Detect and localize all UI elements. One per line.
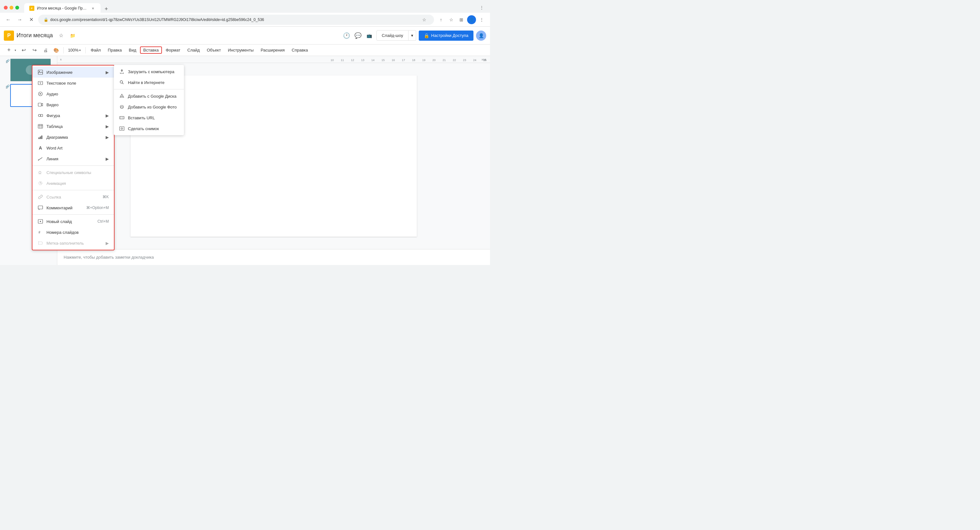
undo-button[interactable]: ↩ <box>19 45 29 55</box>
insert-menu-item-new-slide[interactable]: Новый слайд Ctrl+M <box>32 216 114 227</box>
insert-menu-item-line[interactable]: Линия ▶ <box>32 153 114 164</box>
insert-line-label: Линия <box>46 156 58 161</box>
extensions-button[interactable]: ⊞ <box>457 15 466 24</box>
shape-submenu-arrow: ▶ <box>106 113 109 118</box>
toolbar-add-arrow[interactable]: ▾ <box>14 49 16 52</box>
insert-menu-item-chart[interactable]: Диаграмма ▶ <box>32 132 114 143</box>
redo-button[interactable]: ↪ <box>30 45 40 55</box>
screenshot-label: Сделать снимок <box>128 126 159 131</box>
slide-1-link-icon: 🔗 <box>6 59 10 63</box>
insert-menu-item-wordart[interactable]: A Word Art <box>32 143 114 153</box>
separator-2 <box>32 190 114 190</box>
maximize-window-button[interactable] <box>15 6 19 10</box>
notes-placeholder: Нажмите, чтобы добавить заметки докладчи… <box>64 255 154 259</box>
wordart-icon: A <box>38 145 43 151</box>
audio-icon <box>38 91 43 97</box>
address-input[interactable]: 🔒 docs.google.com/presentation/d/1-qp78z… <box>38 14 434 25</box>
back-button[interactable]: ← <box>4 15 13 24</box>
toolbar-divider-1 <box>63 47 64 53</box>
zoom-control[interactable]: 100% ▾ <box>65 46 83 54</box>
image-submenu-item-upload[interactable]: Загрузить с компьютера <box>114 66 184 77</box>
chart-submenu-arrow: ▶ <box>106 135 109 140</box>
menu-item-file[interactable]: Файл <box>88 46 104 54</box>
menu-bar: + ▾ ↩ ↪ 🖨 🎨 100% ▾ Файл Правка Вид Встав… <box>0 45 490 56</box>
insert-video-label: Видео <box>46 102 59 107</box>
toolbar-add-button[interactable]: + <box>4 45 14 55</box>
menu-item-object[interactable]: Объект <box>204 46 224 54</box>
chart-icon <box>38 134 43 140</box>
access-settings-button[interactable]: 🔒 Настройки Доступа <box>419 30 474 41</box>
image-submenu-item-drive[interactable]: Добавить с Google Диска <box>114 91 184 102</box>
insert-table-label: Таблица <box>46 124 63 129</box>
active-tab[interactable]: P Итоги месяца - Google Презе... ✕ <box>24 3 100 13</box>
insert-menu-item-video[interactable]: Видео <box>32 99 114 110</box>
new-tab-button[interactable]: + <box>102 5 111 13</box>
insert-menu-item-table[interactable]: Таблица ▶ <box>32 121 114 132</box>
bookmark-button[interactable]: ☆ <box>420 15 429 24</box>
ruler-collapse[interactable]: ∧ <box>60 58 62 61</box>
menu-item-insert[interactable]: Вставка <box>140 46 162 54</box>
star-button[interactable]: ☆ <box>57 31 65 40</box>
insert-link-label: Ссылка <box>46 195 61 199</box>
paint-format-button[interactable]: 🎨 <box>51 45 61 55</box>
comment-button[interactable]: 💬 <box>353 31 363 40</box>
insert-menu-item-textbox[interactable]: Текстовое поле <box>32 78 114 88</box>
folder-button[interactable]: 📁 <box>68 31 77 40</box>
insert-new-slide-label: Новый слайд <box>46 219 72 224</box>
zoom-value: 100% <box>68 48 79 53</box>
insert-menu-item-image[interactable]: Изображение ▶ <box>32 67 114 78</box>
toolbar-divider-2 <box>85 47 86 53</box>
share-button[interactable]: ↑ <box>436 15 445 24</box>
slideshow-dropdown-button[interactable]: ▾ <box>409 30 416 41</box>
menu-item-edit[interactable]: Правка <box>105 46 125 54</box>
insert-menu-item-comment[interactable]: Комментарий ⌘+Option+M <box>32 202 114 213</box>
insert-menu-item-audio[interactable]: Аудио <box>32 88 114 99</box>
menu-item-help[interactable]: Справка <box>289 46 311 54</box>
forward-button[interactable]: → <box>15 15 24 24</box>
image-submenu-item-screenshot[interactable]: Сделать снимок <box>114 123 184 134</box>
bookmark-star-button[interactable]: ☆ <box>447 15 456 24</box>
history-button[interactable]: 🕐 <box>342 31 351 40</box>
slideshow-button[interactable]: Слайд-шоу <box>376 30 409 41</box>
present-options-button[interactable]: 📺 <box>365 31 374 40</box>
tab-close-button[interactable]: ✕ <box>91 6 95 11</box>
notes-area[interactable]: Нажмите, чтобы добавить заметки докладчи… <box>57 249 490 265</box>
zoom-arrow: ▾ <box>79 49 81 52</box>
ruler-mark-17: 17 <box>398 59 409 61</box>
ruler-mark-24: 24 <box>469 59 480 61</box>
url-label: Вставить URL <box>128 116 155 120</box>
ruler-numbers: 10 11 12 13 14 15 16 17 18 19 20 21 22 2… <box>327 59 490 61</box>
print-button[interactable]: 🖨 <box>40 45 51 55</box>
tab-favicon: P <box>29 6 34 11</box>
image-submenu-item-url[interactable]: Вставить URL <box>114 112 184 123</box>
screenshot-icon <box>119 126 125 131</box>
minimize-window-button[interactable] <box>10 6 13 10</box>
close-window-button[interactable] <box>4 6 8 10</box>
image-icon <box>38 69 43 75</box>
ruler-mark-14: 14 <box>368 59 378 61</box>
ruler-mark-13: 13 <box>358 59 368 61</box>
profile-button[interactable]: 👤 <box>467 15 476 24</box>
browser-more-button[interactable]: ⋮ <box>477 15 486 24</box>
browser-titlebar: P Итоги месяца - Google Презе... ✕ + ⋮ <box>0 0 490 13</box>
svg-text:#: # <box>38 231 40 234</box>
menu-item-tools[interactable]: Инструменты <box>224 46 257 54</box>
user-avatar[interactable]: 👤 <box>476 30 486 41</box>
image-submenu-item-search[interactable]: Найти в Интернете <box>114 77 184 88</box>
ruler-mark-10: 10 <box>327 59 337 61</box>
address-actions: ↑ ☆ ⊞ 👤 ⋮ <box>436 15 486 24</box>
ruler-mark-15: 15 <box>378 59 388 61</box>
refresh-button[interactable]: ✕ <box>27 15 36 24</box>
menu-item-format[interactable]: Формат <box>162 46 184 54</box>
insert-menu-item-shape[interactable]: Фигура ▶ <box>32 110 114 121</box>
image-submenu-item-photos[interactable]: Добавить из Google Фото <box>114 102 184 112</box>
placeholder-submenu-arrow: ▶ <box>106 241 109 245</box>
browser-settings-button[interactable]: ⋮ <box>477 3 486 12</box>
menu-item-slide[interactable]: Слайд <box>184 46 203 54</box>
svg-rect-13 <box>41 135 42 139</box>
menu-item-view[interactable]: Вид <box>126 46 140 54</box>
url-icon <box>119 115 125 121</box>
insert-menu-item-placeholder: Метка-заполнитель ▶ <box>32 238 114 248</box>
menu-item-extensions[interactable]: Расширения <box>258 46 288 54</box>
insert-menu-item-slide-numbers[interactable]: # Номера слайдов <box>32 227 114 238</box>
